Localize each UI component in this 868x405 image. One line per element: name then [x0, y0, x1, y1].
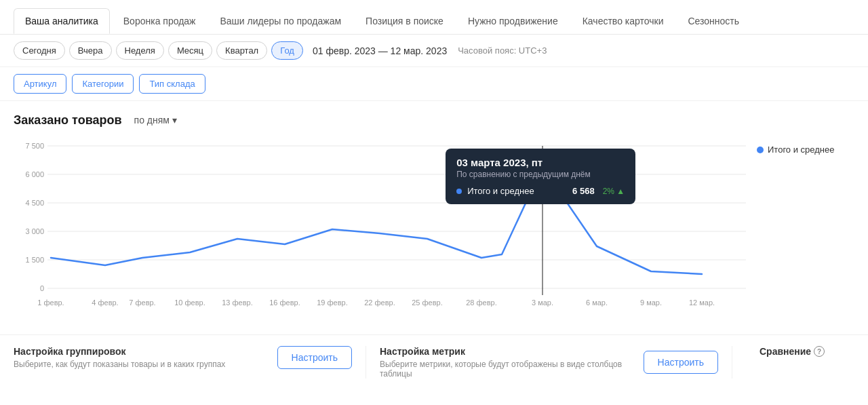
svg-text:7 февр.: 7 февр. — [129, 298, 155, 307]
chart-legend: Итого и среднее — [746, 139, 854, 329]
svg-text:0: 0 — [40, 284, 44, 292]
legend-item: Итого и среднее — [757, 144, 854, 155]
filter-article[interactable]: Артикул — [14, 74, 66, 94]
chevron-down-icon: ▾ — [172, 115, 177, 126]
svg-text:4 февр.: 4 февр. — [92, 298, 118, 307]
comparison-help-icon[interactable]: ? — [814, 346, 825, 357]
svg-text:6 000: 6 000 — [25, 170, 44, 178]
bottom-card-metrics: Настройка метрик Выберите метрики, котор… — [380, 346, 732, 379]
period-week[interactable]: Неделя — [116, 41, 164, 60]
chart-title: Заказано товаров — [14, 113, 122, 128]
period-quarter[interactable]: Квартал — [216, 41, 267, 60]
svg-text:1 500: 1 500 — [25, 256, 44, 264]
svg-text:28 февр.: 28 февр. — [466, 298, 496, 307]
chart-header: Заказано товаров по дням ▾ — [14, 112, 854, 128]
metrics-card-title: Настройка метрик — [380, 346, 633, 357]
chart-area: 7 500 6 000 4 500 3 000 1 500 0 1 февр. … — [14, 139, 746, 329]
comparison-label: Сравнение — [760, 346, 811, 357]
filter-categories[interactable]: Категории — [72, 74, 134, 94]
grouping-card-title: Настройка группировок — [14, 346, 225, 357]
metrics-configure-button[interactable]: Настроить — [644, 351, 718, 374]
grouping-label: по дням — [134, 115, 170, 126]
grouping-card-desc: Выберите, как будут показаны товары и в … — [14, 360, 225, 369]
svg-text:9 мар.: 9 мар. — [640, 298, 662, 307]
bottom-card-metrics-text: Настройка метрик Выберите метрики, котор… — [380, 346, 633, 379]
period-yesterday[interactable]: Вчера — [69, 41, 112, 60]
tab-funnel[interactable]: Воронка продаж — [113, 9, 207, 33]
period-today[interactable]: Сегодня — [14, 41, 65, 60]
svg-text:4 500: 4 500 — [25, 199, 44, 207]
bottom-card-grouping-text: Настройка группировок Выберите, как буду… — [14, 346, 225, 369]
tab-list: Ваша аналитикаВоронка продажВаши лидеры … — [0, 0, 868, 35]
legend-label: Итого и среднее — [768, 144, 834, 155]
svg-text:16 февр.: 16 февр. — [269, 298, 300, 307]
svg-text:7 500: 7 500 — [25, 142, 44, 150]
period-month[interactable]: Месяц — [168, 41, 212, 60]
period-year[interactable]: Год — [271, 41, 303, 60]
grouping-dropdown[interactable]: по дням ▾ — [129, 112, 182, 128]
tab-quality[interactable]: Качество карточки — [572, 9, 675, 33]
tab-promo[interactable]: Нужно продвижение — [457, 9, 569, 33]
bottom-card-grouping-inner: Настройка группировок Выберите, как буду… — [14, 346, 352, 369]
svg-text:19 февр.: 19 февр. — [317, 298, 347, 307]
filter-warehouse[interactable]: Тип склада — [139, 74, 205, 94]
date-filter-bar: СегодняВчераНеделяМесяцКварталГод01 февр… — [0, 35, 868, 67]
svg-text:25 февр.: 25 февр. — [412, 298, 442, 307]
legend-dot — [757, 147, 764, 153]
comparison-title: Сравнение ? — [760, 346, 854, 357]
bottom-section: Настройка группировок Выберите, как буду… — [0, 334, 868, 389]
svg-text:6 мар.: 6 мар. — [586, 298, 608, 307]
svg-text:10 февр.: 10 февр. — [174, 298, 205, 307]
chart-svg: 7 500 6 000 4 500 3 000 1 500 0 1 февр. … — [14, 139, 746, 315]
svg-text:12 мар.: 12 мар. — [689, 298, 715, 307]
svg-text:13 февр.: 13 февр. — [222, 298, 252, 307]
tab-leaders[interactable]: Ваши лидеры по продажам — [209, 9, 352, 33]
chart-container: 7 500 6 000 4 500 3 000 1 500 0 1 февр. … — [14, 139, 854, 329]
chart-section: Заказано товаров по дням ▾ 7 500 6 000 4… — [0, 101, 868, 329]
svg-text:3 000: 3 000 — [25, 227, 44, 235]
svg-text:3 мар.: 3 мар. — [532, 298, 553, 307]
filter-bar: АртикулКатегорииТип склада — [0, 67, 868, 101]
tab-analytics[interactable]: Ваша аналитика — [14, 8, 110, 34]
metrics-card-desc: Выберите метрики, которые будут отображе… — [380, 360, 633, 379]
date-range-display: 01 февр. 2023 — 12 мар. 2023 — [313, 45, 447, 56]
bottom-card-comparison: Сравнение ? — [746, 346, 854, 379]
bottom-card-grouping: Настройка группировок Выберите, как буду… — [14, 346, 366, 379]
svg-text:22 февр.: 22 февр. — [364, 298, 395, 307]
svg-text:1 февр.: 1 февр. — [37, 298, 64, 307]
tab-search[interactable]: Позиция в поиске — [355, 9, 454, 33]
timezone-display: Часовой пояс: UTC+3 — [458, 45, 547, 56]
top-tabs-bar: Ваша аналитикаВоронка продажВаши лидеры … — [0, 0, 868, 35]
bottom-card-metrics-inner: Настройка метрик Выберите метрики, котор… — [380, 346, 718, 379]
tab-seasonality[interactable]: Сезонность — [677, 9, 750, 33]
grouping-configure-button[interactable]: Настроить — [277, 346, 352, 369]
